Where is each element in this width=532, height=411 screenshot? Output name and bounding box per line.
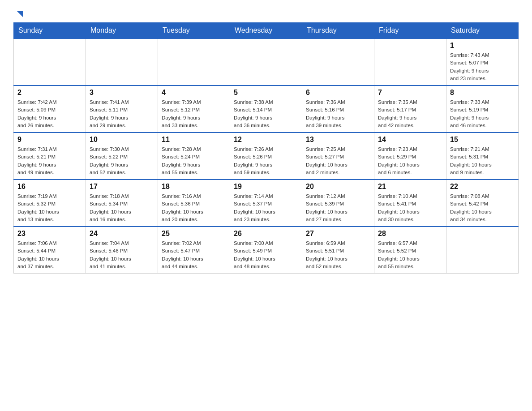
day-number: 2: [17, 89, 82, 97]
weekday-header-row: SundayMondayTuesdayWednesdayThursdayFrid…: [14, 23, 519, 39]
calendar-cell: 13Sunrise: 7:25 AMSunset: 5:27 PMDayligh…: [302, 133, 374, 180]
day-number: 21: [378, 183, 442, 191]
day-number: 23: [17, 230, 82, 238]
calendar-cell: 11Sunrise: 7:28 AMSunset: 5:24 PMDayligh…: [158, 133, 230, 180]
calendar-cell: 12Sunrise: 7:26 AMSunset: 5:26 PMDayligh…: [230, 133, 302, 180]
day-info: Sunrise: 7:30 AMSunset: 5:22 PMDaylight:…: [90, 146, 154, 176]
week-row-3: 9Sunrise: 7:31 AMSunset: 5:21 PMDaylight…: [14, 133, 519, 180]
calendar-cell: 8Sunrise: 7:33 AMSunset: 5:19 PMDaylight…: [446, 86, 519, 133]
weekday-header-saturday: Saturday: [446, 23, 519, 39]
weekday-header-monday: Monday: [86, 23, 158, 39]
calendar-cell: [158, 39, 230, 86]
day-number: 27: [306, 230, 370, 238]
day-info: Sunrise: 7:19 AMSunset: 5:32 PMDaylight:…: [17, 193, 82, 223]
calendar-cell: 5Sunrise: 7:38 AMSunset: 5:14 PMDaylight…: [230, 86, 302, 133]
day-number: 19: [234, 183, 298, 191]
day-info: Sunrise: 7:06 AMSunset: 5:44 PMDaylight:…: [17, 240, 82, 270]
day-info: Sunrise: 7:12 AMSunset: 5:39 PMDaylight:…: [306, 193, 370, 223]
calendar-cell: 16Sunrise: 7:19 AMSunset: 5:32 PMDayligh…: [14, 180, 86, 227]
week-row-2: 2Sunrise: 7:42 AMSunset: 5:09 PMDaylight…: [14, 86, 519, 133]
day-number: 24: [90, 230, 154, 238]
calendar-cell: 20Sunrise: 7:12 AMSunset: 5:39 PMDayligh…: [302, 180, 374, 227]
day-info: Sunrise: 7:18 AMSunset: 5:34 PMDaylight:…: [90, 193, 154, 223]
day-info: Sunrise: 7:08 AMSunset: 5:42 PMDaylight:…: [450, 193, 515, 223]
day-number: 8: [450, 89, 515, 97]
calendar-cell: 9Sunrise: 7:31 AMSunset: 5:21 PMDaylight…: [14, 133, 86, 180]
weekday-header-wednesday: Wednesday: [230, 23, 302, 39]
weekday-header-thursday: Thursday: [302, 23, 374, 39]
calendar-cell: 18Sunrise: 7:16 AMSunset: 5:36 PMDayligh…: [158, 180, 230, 227]
calendar-cell: 17Sunrise: 7:18 AMSunset: 5:34 PMDayligh…: [86, 180, 158, 227]
logo: [13, 9, 25, 18]
calendar-cell: 10Sunrise: 7:30 AMSunset: 5:22 PMDayligh…: [86, 133, 158, 180]
svg-marker-0: [17, 11, 23, 17]
week-row-4: 16Sunrise: 7:19 AMSunset: 5:32 PMDayligh…: [14, 180, 519, 227]
day-number: 11: [162, 136, 226, 144]
calendar-cell: 19Sunrise: 7:14 AMSunset: 5:37 PMDayligh…: [230, 180, 302, 227]
day-number: 16: [17, 183, 82, 191]
day-info: Sunrise: 7:43 AMSunset: 5:07 PMDaylight:…: [450, 51, 515, 82]
day-info: Sunrise: 6:57 AMSunset: 5:52 PMDaylight:…: [378, 240, 442, 270]
day-info: Sunrise: 7:14 AMSunset: 5:37 PMDaylight:…: [234, 193, 298, 223]
calendar-cell: 1Sunrise: 7:43 AMSunset: 5:07 PMDaylight…: [446, 39, 519, 86]
calendar-cell: 15Sunrise: 7:21 AMSunset: 5:31 PMDayligh…: [446, 133, 519, 180]
calendar-cell: 24Sunrise: 7:04 AMSunset: 5:46 PMDayligh…: [86, 227, 158, 274]
calendar-cell: 25Sunrise: 7:02 AMSunset: 5:47 PMDayligh…: [158, 227, 230, 274]
day-number: 13: [306, 136, 370, 144]
calendar-cell: 26Sunrise: 7:00 AMSunset: 5:49 PMDayligh…: [230, 227, 302, 274]
day-info: Sunrise: 7:41 AMSunset: 5:11 PMDaylight:…: [90, 98, 154, 129]
day-info: Sunrise: 7:02 AMSunset: 5:47 PMDaylight:…: [162, 240, 226, 270]
day-info: Sunrise: 7:39 AMSunset: 5:12 PMDaylight:…: [162, 98, 226, 129]
day-number: 12: [234, 136, 298, 144]
day-info: Sunrise: 6:59 AMSunset: 5:51 PMDaylight:…: [306, 240, 370, 270]
day-number: 25: [162, 230, 226, 238]
day-number: 28: [378, 230, 442, 238]
day-info: Sunrise: 7:42 AMSunset: 5:09 PMDaylight:…: [17, 98, 82, 129]
day-info: Sunrise: 7:35 AMSunset: 5:17 PMDaylight:…: [378, 98, 442, 129]
calendar-cell: 23Sunrise: 7:06 AMSunset: 5:44 PMDayligh…: [14, 227, 86, 274]
day-number: 3: [90, 89, 154, 97]
day-number: 7: [378, 89, 442, 97]
day-number: 17: [90, 183, 154, 191]
day-number: 9: [17, 136, 82, 144]
day-number: 15: [450, 136, 515, 144]
calendar-table: SundayMondayTuesdayWednesdayThursdayFrid…: [13, 22, 519, 274]
calendar-cell: 28Sunrise: 6:57 AMSunset: 5:52 PMDayligh…: [374, 227, 446, 274]
day-info: Sunrise: 7:04 AMSunset: 5:46 PMDaylight:…: [90, 240, 154, 270]
day-info: Sunrise: 7:21 AMSunset: 5:31 PMDaylight:…: [450, 146, 515, 176]
day-number: 20: [306, 183, 370, 191]
day-info: Sunrise: 7:28 AMSunset: 5:24 PMDaylight:…: [162, 146, 226, 176]
calendar-cell: 14Sunrise: 7:23 AMSunset: 5:29 PMDayligh…: [374, 133, 446, 180]
day-info: Sunrise: 7:36 AMSunset: 5:16 PMDaylight:…: [306, 98, 370, 129]
day-info: Sunrise: 7:38 AMSunset: 5:14 PMDaylight:…: [234, 98, 298, 129]
day-number: 5: [234, 89, 298, 97]
calendar-cell: [446, 227, 519, 274]
day-number: 26: [234, 230, 298, 238]
calendar-cell: 3Sunrise: 7:41 AMSunset: 5:11 PMDaylight…: [86, 86, 158, 133]
calendar-cell: 4Sunrise: 7:39 AMSunset: 5:12 PMDaylight…: [158, 86, 230, 133]
day-number: 1: [450, 42, 515, 50]
calendar-cell: [302, 39, 374, 86]
week-row-1: 1Sunrise: 7:43 AMSunset: 5:07 PMDaylight…: [14, 39, 519, 86]
day-number: 22: [450, 183, 515, 191]
weekday-header-tuesday: Tuesday: [158, 23, 230, 39]
day-info: Sunrise: 7:00 AMSunset: 5:49 PMDaylight:…: [234, 240, 298, 270]
weekday-header-friday: Friday: [374, 23, 446, 39]
calendar-cell: 7Sunrise: 7:35 AMSunset: 5:17 PMDaylight…: [374, 86, 446, 133]
calendar-cell: [86, 39, 158, 86]
day-info: Sunrise: 7:23 AMSunset: 5:29 PMDaylight:…: [378, 146, 442, 176]
calendar-cell: [14, 39, 86, 86]
day-info: Sunrise: 7:26 AMSunset: 5:26 PMDaylight:…: [234, 146, 298, 176]
calendar-cell: 27Sunrise: 6:59 AMSunset: 5:51 PMDayligh…: [302, 227, 374, 274]
week-row-5: 23Sunrise: 7:06 AMSunset: 5:44 PMDayligh…: [14, 227, 519, 274]
calendar-cell: [230, 39, 302, 86]
day-info: Sunrise: 7:33 AMSunset: 5:19 PMDaylight:…: [450, 98, 515, 129]
calendar-cell: 21Sunrise: 7:10 AMSunset: 5:41 PMDayligh…: [374, 180, 446, 227]
logo-arrow-icon: [15, 9, 25, 21]
calendar-cell: 6Sunrise: 7:36 AMSunset: 5:16 PMDaylight…: [302, 86, 374, 133]
day-number: 18: [162, 183, 226, 191]
weekday-header-sunday: Sunday: [14, 23, 86, 39]
day-number: 14: [378, 136, 442, 144]
day-info: Sunrise: 7:10 AMSunset: 5:41 PMDaylight:…: [378, 193, 442, 223]
day-info: Sunrise: 7:25 AMSunset: 5:27 PMDaylight:…: [306, 146, 370, 176]
